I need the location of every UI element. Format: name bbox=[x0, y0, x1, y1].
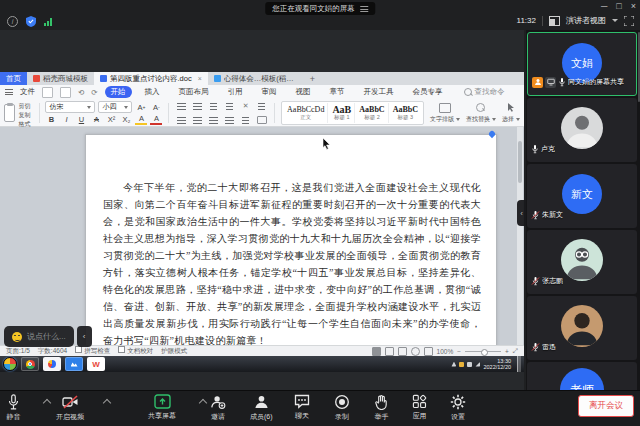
align-center-icon[interactable] bbox=[191, 115, 204, 125]
apps-button[interactable]: 应用 bbox=[412, 394, 427, 421]
banner-menu-icon[interactable] bbox=[360, 6, 368, 12]
copy-button[interactable]: 复制 bbox=[18, 111, 32, 120]
close-button[interactable]: × bbox=[631, 0, 636, 12]
tab-document-active[interactable]: 第四版重点讨论内容.doc × bbox=[94, 72, 208, 85]
file-menu-icon[interactable] bbox=[5, 89, 13, 95]
grow-font-button[interactable]: A+ bbox=[135, 102, 147, 112]
quick-chat-input[interactable]: 说点什么... bbox=[4, 326, 74, 347]
underline-button[interactable]: U bbox=[75, 114, 87, 124]
view-page-icon[interactable] bbox=[372, 347, 381, 356]
undo-icon[interactable]: ⟲ bbox=[78, 88, 84, 97]
line-spacing-icon[interactable] bbox=[239, 115, 252, 125]
chat-button[interactable]: 聊天 bbox=[294, 394, 310, 421]
shading-icon[interactable] bbox=[255, 115, 268, 125]
shrink-font-button[interactable]: A- bbox=[150, 102, 162, 112]
bold-button[interactable]: B bbox=[45, 114, 57, 124]
members-button[interactable]: 成员(6) bbox=[250, 394, 273, 422]
align-left-icon[interactable] bbox=[175, 115, 188, 125]
zoom-level[interactable]: 100% bbox=[437, 348, 454, 355]
tab-docer[interactable]: 稻壳商城模板 bbox=[27, 72, 94, 85]
highlight-color-button[interactable]: A bbox=[135, 113, 147, 125]
menu-view[interactable]: 视图 bbox=[290, 86, 317, 98]
bullet-list-icon[interactable] bbox=[175, 101, 188, 111]
tray-security-icon[interactable] bbox=[459, 362, 464, 367]
mute-options-chevron[interactable] bbox=[43, 399, 51, 407]
zoom-slider[interactable] bbox=[465, 351, 501, 352]
settings-button[interactable]: 设置 bbox=[450, 394, 466, 422]
menu-section[interactable]: 章节 bbox=[324, 86, 351, 98]
start-button[interactable] bbox=[3, 357, 17, 371]
cut-button[interactable]: 剪切 bbox=[18, 102, 32, 111]
maximize-button[interactable]: □ bbox=[616, 0, 621, 12]
minimize-button[interactable]: ─ bbox=[601, 0, 607, 12]
taskbar-docs-icon[interactable] bbox=[65, 357, 83, 371]
menu-member[interactable]: 会员专享 bbox=[407, 86, 449, 98]
find-replace-tool[interactable]: 查找替换 bbox=[466, 101, 496, 125]
raise-hand-button[interactable]: 举手 bbox=[374, 394, 389, 422]
zoom-in-button[interactable]: + bbox=[505, 348, 509, 355]
taskbar-chrome-icon[interactable] bbox=[21, 357, 39, 371]
document-scrollbar[interactable] bbox=[517, 127, 523, 345]
view-mode-label[interactable]: 演讲者视图 bbox=[566, 15, 606, 26]
word-count[interactable]: 字数:4604 bbox=[38, 347, 67, 356]
start-video-button[interactable]: 开启视频 bbox=[56, 394, 84, 422]
eye-protect-mode[interactable]: 护眼模式 bbox=[161, 347, 187, 356]
command-search[interactable]: 查找命令 bbox=[464, 87, 505, 97]
redo-icon[interactable]: ⟳ bbox=[91, 88, 97, 97]
new-tab-button[interactable]: + bbox=[304, 72, 321, 85]
justify-icon[interactable] bbox=[223, 115, 236, 125]
share-screen-button[interactable]: 共享屏幕 bbox=[148, 394, 176, 421]
participant-tile[interactable]: 张志鹏 bbox=[527, 230, 637, 294]
font-name-select[interactable]: 仿宋 bbox=[45, 101, 95, 113]
menu-start[interactable]: 开始 bbox=[105, 86, 132, 98]
edit-mode-icon[interactable] bbox=[424, 347, 433, 356]
proofread-toggle[interactable]: 文档校对 bbox=[118, 346, 153, 356]
style-heading3[interactable]: AaBbC 标题 3 bbox=[390, 103, 421, 123]
tray-network-icon[interactable] bbox=[475, 362, 480, 367]
select-tool[interactable]: 选择 bbox=[502, 101, 520, 125]
menu-page-layout[interactable]: 页面布局 bbox=[173, 86, 215, 98]
text-layout-tool[interactable]: 文字排版 bbox=[430, 101, 460, 125]
share-options-chevron[interactable] bbox=[199, 399, 207, 407]
participant-tile[interactable]: 卢克 bbox=[527, 98, 637, 162]
participant-tile[interactable]: 文娟 同文娟的屏幕共享 bbox=[527, 32, 637, 96]
paste-button[interactable] bbox=[4, 104, 15, 122]
mute-button[interactable]: 静音 bbox=[6, 394, 21, 422]
indent-decrease-icon[interactable] bbox=[207, 101, 220, 111]
sort-icon[interactable] bbox=[255, 101, 268, 111]
security-shield-icon[interactable] bbox=[26, 16, 36, 27]
document-canvas[interactable]: 今年下半年，党的二十大即将召开，这是我们党进入全面建设社会主义现代化国家、向第二… bbox=[0, 127, 524, 345]
participant-tile[interactable]: 老师 bbox=[527, 362, 637, 390]
superscript-button[interactable]: X² bbox=[105, 114, 117, 124]
leave-meeting-button[interactable]: 离开会议 bbox=[578, 395, 634, 417]
font-size-select[interactable]: 小四 bbox=[98, 101, 132, 113]
spellcheck-toggle[interactable]: 拼写检查 bbox=[75, 346, 110, 356]
view-mode-caret-icon[interactable] bbox=[612, 19, 618, 22]
info-icon[interactable]: i bbox=[7, 16, 18, 27]
sidebar-collapse-handle[interactable]: ‹ bbox=[517, 200, 526, 226]
numbered-list-icon[interactable] bbox=[191, 101, 204, 111]
font-color-button[interactable]: A bbox=[150, 113, 162, 125]
save-icon[interactable] bbox=[42, 87, 53, 98]
style-heading2[interactable]: AaBbC 标题 2 bbox=[356, 103, 388, 123]
italic-button[interactable]: I bbox=[60, 114, 72, 124]
invite-button[interactable]: 邀请 bbox=[210, 394, 226, 422]
video-options-chevron[interactable] bbox=[103, 399, 111, 407]
view-outline-icon[interactable] bbox=[398, 347, 407, 356]
show-desktop-button[interactable] bbox=[517, 356, 521, 372]
tab-home[interactable]: 首页 bbox=[0, 72, 27, 85]
view-web-icon[interactable] bbox=[385, 347, 394, 356]
tab-close-icon[interactable]: × bbox=[198, 75, 202, 82]
print-icon[interactable] bbox=[60, 87, 71, 98]
tray-volume-icon[interactable] bbox=[467, 362, 472, 367]
menu-references[interactable]: 引用 bbox=[222, 86, 249, 98]
location-pin-icon[interactable] bbox=[488, 131, 496, 141]
menu-review[interactable]: 审阅 bbox=[256, 86, 283, 98]
view-read-icon[interactable] bbox=[411, 347, 420, 356]
emoji-icon[interactable] bbox=[12, 332, 22, 342]
fit-page-icon[interactable]: ⤢ bbox=[513, 347, 518, 355]
menu-insert[interactable]: 插入 bbox=[139, 86, 166, 98]
menu-file[interactable]: 文件 bbox=[20, 87, 35, 97]
participant-tile[interactable]: 新文 朱新文 bbox=[527, 164, 637, 228]
tray-hidden-icons[interactable] bbox=[451, 362, 456, 367]
